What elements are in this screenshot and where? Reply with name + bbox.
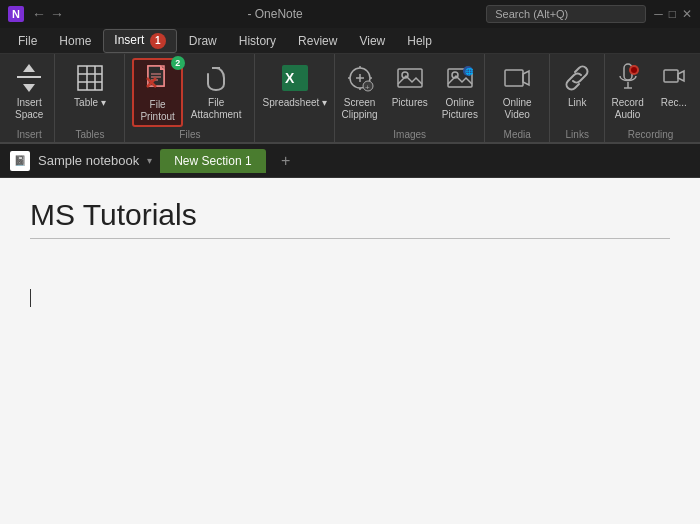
menu-insert[interactable]: Insert 1 [103,29,176,53]
notebook-bar: 📓 Sample notebook ▾ New Section 1 + [0,144,700,178]
menu-history[interactable]: History [229,31,286,51]
section-tab-new[interactable]: New Section 1 [160,149,265,173]
recording-group-label: Recording [628,127,674,140]
record-audio-label: RecordAudio [612,97,644,121]
pictures-button[interactable]: Pictures [386,58,434,111]
maximize-button[interactable]: □ [669,7,676,21]
svg-rect-3 [78,66,102,90]
file-printout-icon [142,64,174,96]
svg-rect-28 [398,69,422,87]
media-group-label: Media [504,127,531,140]
notebook-name[interactable]: Sample notebook [38,153,139,168]
screen-clipping-label: ScreenClipping [342,97,378,121]
online-video-label: OnlineVideo [503,97,532,121]
screen-clipping-icon: + [344,62,376,94]
table-label: Table ▾ [74,97,106,109]
title-bar: N ← → - OneNote Search (Alt+Q) ─ □ ✕ [0,0,700,28]
insert-group-label: Insert [17,127,42,140]
search-box[interactable]: Search (Alt+Q) [486,5,646,23]
online-pictures-button[interactable]: 🌐 OnlinePictures [436,58,484,123]
online-pictures-icon: 🌐 [444,62,476,94]
ribbon-group-spreadsheet: X Spreadsheet ▾ [255,54,335,142]
online-video-icon [501,62,533,94]
tables-group-label: Tables [75,127,104,140]
ribbon-group-images: + ScreenClipping Pictures [335,54,485,142]
notebook-icon: 📓 [10,151,30,171]
svg-marker-35 [523,71,529,85]
svg-marker-42 [678,71,684,81]
svg-rect-41 [664,70,678,82]
ribbon-group-insert: InsertSpace Insert [4,54,55,142]
images-group-label: Images [393,127,426,140]
menu-home[interactable]: Home [49,31,101,51]
minimize-button[interactable]: ─ [654,7,663,21]
svg-point-40 [631,67,637,73]
menu-bar: File Home Insert 1 Draw History Review V… [0,28,700,54]
insert-space-button[interactable]: InsertSpace [7,58,51,123]
svg-text:X: X [285,70,295,86]
page-title: MS Tutorials [30,198,670,239]
table-button[interactable]: Table ▾ [68,58,112,111]
ribbon-group-tables: Table ▾ Tables [55,54,125,142]
spreadsheet-label: Spreadsheet ▾ [263,97,328,109]
table-icon [74,62,106,94]
menu-file[interactable]: File [8,31,47,51]
close-button[interactable]: ✕ [682,7,692,21]
menu-help[interactable]: Help [397,31,442,51]
nav-buttons[interactable]: ← → [32,6,64,22]
link-icon [561,62,593,94]
svg-text:+: + [365,83,370,92]
ribbon: InsertSpace Insert Table ▾ Tables [0,54,700,144]
files-group-label: Files [179,127,200,140]
app-icon: N [8,6,24,22]
ribbon-group-media: OnlineVideo Media [485,54,550,142]
spreadsheet-button[interactable]: X Spreadsheet ▾ [257,58,334,111]
file-printout-button[interactable]: FilePrintout 2 [132,58,182,127]
pictures-label: Pictures [392,97,428,109]
link-button[interactable]: Link [555,58,599,111]
notebook-dropdown-arrow[interactable]: ▾ [147,155,152,166]
back-button[interactable]: ← [32,6,46,22]
window-controls[interactable]: ─ □ ✕ [654,7,692,21]
menu-view[interactable]: View [349,31,395,51]
spreadsheet-icon: X [279,62,311,94]
record-video-button[interactable]: Rec... [652,58,696,111]
record-audio-button[interactable]: RecordAudio [606,58,650,123]
forward-button[interactable]: → [50,6,64,22]
menu-draw[interactable]: Draw [179,31,227,51]
pictures-icon [394,62,426,94]
screen-clipping-button[interactable]: + ScreenClipping [336,58,384,123]
ribbon-group-files: FilePrintout 2 FileAttachment Files [125,54,255,142]
file-attachment-icon [200,62,232,94]
ribbon-group-links: Link Links [550,54,605,142]
online-video-button[interactable]: OnlineVideo [495,58,539,123]
link-label: Link [568,97,586,109]
file-attachment-label: FileAttachment [191,97,242,121]
insert-space-label: InsertSpace [15,97,43,121]
badge-1: 1 [150,33,166,49]
file-printout-label: FilePrintout [140,99,174,123]
page-content: MS Tutorials [0,178,700,524]
window-title: - OneNote [72,7,478,21]
text-cursor [30,289,31,307]
record-video-icon [658,62,690,94]
record-audio-icon [612,62,644,94]
record-video-label: Rec... [661,97,687,109]
svg-rect-34 [505,70,523,86]
insert-space-icon [13,62,45,94]
svg-marker-1 [23,64,35,72]
ribbon-group-recording: RecordAudio Rec... Recording [605,54,696,142]
badge-2: 2 [171,56,185,70]
svg-marker-2 [23,84,35,92]
svg-text:🌐: 🌐 [465,67,474,76]
add-section-button[interactable]: + [274,149,298,173]
file-attachment-button[interactable]: FileAttachment [185,58,248,123]
online-pictures-label: OnlinePictures [442,97,478,121]
menu-review[interactable]: Review [288,31,347,51]
links-group-label: Links [566,127,589,140]
svg-rect-0 [17,76,41,78]
